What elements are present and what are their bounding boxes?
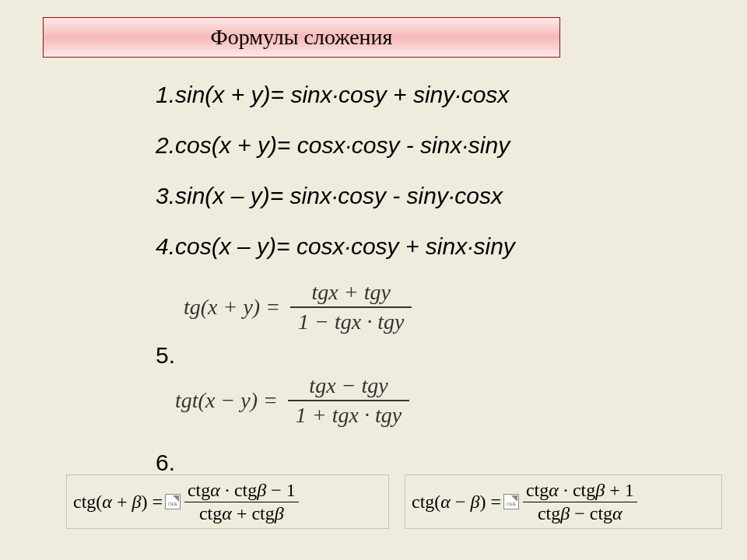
formula-3: 3.sin(x – y)= sinx·cosy - siny·cosx	[156, 183, 503, 209]
tg1-frac: tgx + tgy 1 − tgx · tgy	[290, 280, 412, 334]
formula-4: 4.cos(x – y)= cosx·cosy + sinx·siny	[156, 233, 515, 260]
tg2-num: tgx − tgy	[288, 373, 409, 401]
ole-icon: OLE	[165, 494, 181, 509]
ctg1-num: ctgα · ctgβ − 1	[184, 480, 299, 502]
tg2-lhs: tgt(x − y) =	[175, 388, 278, 413]
formula-ctg-minus-box: ctg(α − β) = OLE ctgα · ctgβ + 1 ctgβ − …	[405, 474, 722, 529]
ctg2-den: ctgβ − ctgα	[523, 502, 637, 524]
ctg1-frac: ctgα · ctgβ − 1 ctgα + ctgβ	[184, 480, 299, 524]
number-6: 6.	[156, 450, 175, 476]
ctg2-frac: ctgα · ctgβ + 1 ctgβ − ctgα	[523, 480, 637, 524]
ctg1-den: ctgα + ctgβ	[184, 502, 299, 524]
formula-5-tg-plus: tg(x + y) = tgx + tgy 1 − tgx · tgy	[184, 280, 412, 334]
ctg2-lhs: ctg(α − β) =	[412, 492, 501, 513]
title-text: Формулы сложения	[211, 25, 393, 50]
ctg1-lhs: ctg(α + β) =	[73, 492, 163, 513]
tg1-lhs: tg(x + y) =	[184, 295, 280, 320]
number-5: 5.	[156, 342, 175, 369]
formula-ctg-plus-box: ctg(α + β) = OLE ctgα · ctgβ − 1 ctgα + …	[66, 474, 389, 529]
formula-6-tg-minus: tgt(x − y) = tgx − tgy 1 + tgx · tgy	[175, 373, 409, 428]
tg1-den: 1 − tgx · tgy	[290, 308, 412, 334]
formula-1: 1.sin(x + y)= sinx·cosy + siny·cosx	[156, 82, 509, 108]
ole-icon: OLE	[503, 494, 519, 509]
tg2-den: 1 + tgx · tgy	[288, 401, 409, 428]
title-box: Формулы сложения	[43, 17, 560, 58]
ctg2-num: ctgα · ctgβ + 1	[523, 480, 637, 502]
tg2-frac: tgx − tgy 1 + tgx · tgy	[288, 373, 409, 428]
tg1-num: tgx + tgy	[290, 280, 412, 308]
formula-2: 2.cos(x + y)= cosx·cosy - sinx·siny	[156, 132, 510, 159]
